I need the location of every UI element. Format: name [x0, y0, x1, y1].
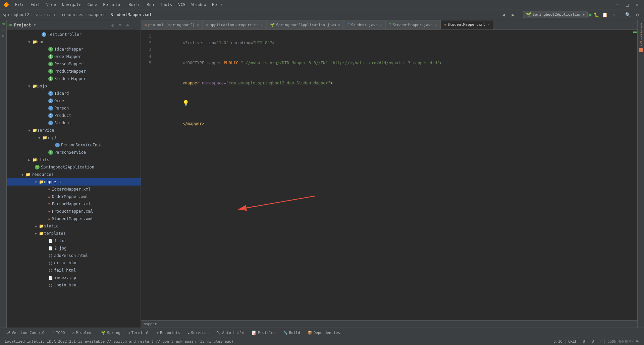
breadcrumb-project[interactable]: springboot2 [3, 12, 29, 17]
code-editor[interactable]: <?xml version="1.0" encoding="UTF-8"?> <… [154, 30, 632, 320]
tree-item-order[interactable]: C Order [7, 97, 141, 105]
menu-tools[interactable]: Tools [157, 2, 175, 8]
menu-navigate[interactable]: Navigate [59, 2, 84, 8]
student-close-icon[interactable]: ✕ [380, 23, 382, 27]
tree-item-idcardmapper[interactable]: I IdcardMapper [7, 46, 141, 53]
minimize-button[interactable]: ─ [613, 1, 621, 9]
tree-item-pojo[interactable]: ▼ 📁 pojo [7, 82, 141, 90]
tab-springboot2app[interactable]: 🌱 Springboot2Application.java ✕ [266, 20, 344, 29]
tree-item-productmapper[interactable]: I ProductMapper [7, 68, 141, 75]
menu-code[interactable]: Code [85, 2, 100, 8]
close-button[interactable]: ✕ [633, 1, 641, 9]
bottom-tab-terminal[interactable]: ⊡ Terminal [124, 329, 153, 337]
notification-badge[interactable]: 1 [639, 48, 643, 52]
tab-studentmapper-java[interactable]: I StudentMapper.java ✕ [385, 20, 440, 29]
tree-item-resources[interactable]: ▼ 📁 resources [7, 171, 141, 178]
tree-item-studentmapper-class[interactable]: I StudentMapper [7, 75, 141, 82]
tabs-options-icon[interactable]: ⋮ [630, 23, 636, 29]
search-everywhere-button[interactable]: 🔍 [624, 11, 632, 19]
menu-file[interactable]: File [12, 2, 27, 8]
tree-item-2jpg[interactable]: 📄 2.jpg [7, 245, 141, 252]
tab-studentmapper-xml[interactable]: ≋ StudentMapper.xml ✕ [440, 20, 493, 29]
tree-item-idcardmapper-xml[interactable]: ≋ IdcardMapper.xml [7, 186, 141, 193]
status-encoding[interactable]: CRLF [566, 339, 579, 344]
status-charset[interactable]: UTF-8 [581, 339, 596, 344]
bottom-tab-build[interactable]: 🔧 Build [280, 329, 304, 337]
tab-student[interactable]: C Student.java ✕ [344, 20, 385, 29]
status-checkmark[interactable]: ✓ [598, 339, 604, 344]
breadcrumb-main[interactable]: main [47, 12, 57, 17]
sidebar-icon-2[interactable]: ⊞ [1, 33, 6, 39]
tree-item-personserviceimpl[interactable]: C PersonServiceImpl [7, 141, 141, 149]
tree-item-springboot2app[interactable]: 🌱 Springboot2Application [7, 163, 141, 171]
tree-item-personservice[interactable]: I PersonService [7, 149, 141, 156]
debug-button[interactable]: 🐛 [594, 12, 599, 17]
tree-item-studentmapper-xml[interactable]: ≋ StudentMapper.xml [7, 215, 141, 222]
project-locate-icon[interactable]: ◎ [110, 22, 116, 28]
tab-pomxml[interactable]: ≋ pom.xml (springboot2) ✕ [141, 20, 203, 29]
tree-item-testcontroller[interactable]: C TestController [7, 31, 141, 38]
menu-window[interactable]: Window [189, 2, 209, 8]
tree-item-personmapper[interactable]: I PersonMapper [7, 60, 141, 68]
menu-build[interactable]: Build [126, 2, 143, 8]
bottom-tab-autobuild[interactable]: 🔨 Auto-build [213, 329, 248, 337]
coverage-button[interactable]: 📋 [601, 11, 609, 19]
bottom-tab-spring[interactable]: 🌱 Spring [98, 329, 124, 337]
tree-item-impl[interactable]: ▼ 📁 impl [7, 134, 141, 141]
menu-vcs[interactable]: VCS [175, 2, 188, 8]
run-config-selector[interactable]: 🌱 Springboot2Application ▼ [523, 11, 588, 18]
project-collapse-icon[interactable]: ≡ [117, 22, 123, 28]
tree-item-mappers[interactable]: ▼ 📁 mappers [7, 178, 141, 186]
tree-item-service[interactable]: ▼ 📁 service [7, 127, 141, 134]
menu-edit[interactable]: Edit [28, 2, 43, 8]
studentmapper-java-close-icon[interactable]: ✕ [435, 23, 437, 27]
bottom-tab-versioncontrol[interactable]: ⎇ Version Control [3, 329, 48, 337]
bottom-tab-endpoints[interactable]: ⊕ Endpoints [153, 329, 183, 337]
menu-refactor[interactable]: Refactor [100, 2, 125, 8]
appprops-close-icon[interactable]: ✕ [261, 23, 263, 27]
settings-button[interactable]: ⚙ [633, 11, 641, 19]
tree-item-1txt[interactable]: 📄 1.txt [7, 237, 141, 245]
sidebar-icon-1[interactable]: ☆ [1, 27, 6, 33]
project-minimize-icon[interactable]: ─ [132, 22, 138, 28]
tree-item-idcard[interactable]: C Idcard [7, 90, 141, 97]
sidebar-project-icon[interactable]: P [1, 21, 6, 27]
maximize-button[interactable]: □ [623, 1, 631, 9]
tab-appprops[interactable]: ⚙ application.properties ✕ [203, 20, 266, 29]
tree-item-productmapper-xml[interactable]: ≋ ProductMapper.xml [7, 208, 141, 215]
tree-item-fail-html[interactable]: ⟨⟩ fail.html [7, 267, 141, 274]
studentmapper-xml-close-icon[interactable]: ✕ [487, 23, 489, 26]
bottom-tab-dependencies[interactable]: 📦 Dependencies [304, 329, 343, 337]
run-button[interactable]: ▶ [589, 11, 592, 18]
breadcrumb-mappers[interactable]: mappers [89, 12, 106, 17]
menu-run[interactable]: Run [144, 2, 157, 8]
breadcrumb-src[interactable]: src [35, 12, 42, 17]
tree-item-ordermapper-xml[interactable]: ≋ OrderMapper.xml [7, 193, 141, 200]
bottom-tab-services[interactable]: ☁ Services [184, 329, 212, 337]
project-settings-icon[interactable]: ⚙ [124, 22, 130, 28]
tree-item-login-html[interactable]: ⟨⟩ login.html [7, 281, 141, 289]
bottom-tab-profiler[interactable]: 📊 Profiler [249, 329, 279, 337]
tree-item-templates[interactable]: ▼ 📁 templates [7, 230, 141, 237]
profile-button[interactable]: ⚡ [610, 11, 618, 19]
back-button[interactable]: ◀ [500, 11, 508, 19]
tree-item-addperson-html[interactable]: ⟨⟩ addPerson.html [7, 252, 141, 259]
tree-item-student[interactable]: C Student [7, 119, 141, 127]
tree-item-index-jsp[interactable]: 📄 index.jsp [7, 274, 141, 281]
bottom-tab-problems[interactable]: ⚠ Problems [69, 329, 97, 337]
menu-help[interactable]: Help [209, 2, 224, 8]
tree-item-error-html[interactable]: ⟨⟩ error.html [7, 259, 141, 267]
breadcrumb-resources[interactable]: resources [62, 12, 84, 17]
tree-item-static[interactable]: ▶ 📁 static [7, 222, 141, 230]
springboot2app-close-icon[interactable]: ✕ [338, 23, 340, 27]
tree-item-utils[interactable]: ▶ 📁 utils [7, 156, 141, 163]
project-dropdown-icon[interactable]: ▼ [34, 23, 36, 27]
pomxml-close-icon[interactable]: ✕ [197, 23, 199, 27]
bottom-tab-todo[interactable]: ✓ TODO [49, 329, 68, 337]
tree-item-personmapper-xml[interactable]: ≋ PersonMapper.xml [7, 200, 141, 208]
tree-item-dao[interactable]: ▼ 📁 dao [7, 38, 141, 46]
tree-item-ordermapper[interactable]: I OrderMapper [7, 53, 141, 60]
status-position[interactable]: 5:10 [552, 339, 565, 344]
menu-view[interactable]: View [44, 2, 59, 8]
forward-button[interactable]: ▶ [509, 11, 517, 19]
